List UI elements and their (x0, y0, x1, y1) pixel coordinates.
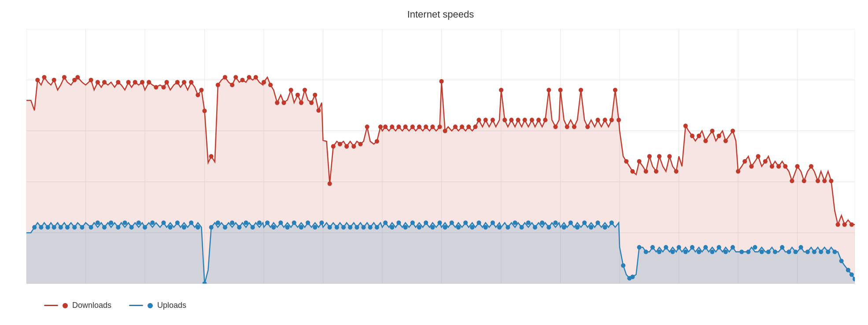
svg-point-55 (403, 124, 408, 129)
svg-point-224 (717, 245, 721, 249)
svg-point-125 (32, 225, 37, 230)
svg-point-151 (216, 220, 220, 225)
uploads-legend-dot (148, 303, 153, 308)
svg-point-62 (443, 128, 447, 133)
svg-point-164 (306, 220, 310, 225)
svg-point-84 (585, 124, 590, 129)
svg-point-162 (292, 220, 296, 225)
svg-point-163 (299, 225, 303, 230)
svg-point-204 (582, 220, 587, 225)
svg-point-86 (603, 118, 607, 122)
svg-point-236 (799, 245, 803, 249)
svg-point-56 (410, 124, 415, 129)
svg-point-100 (690, 134, 694, 138)
svg-point-140 (137, 220, 141, 225)
svg-point-237 (805, 249, 810, 254)
svg-point-230 (760, 249, 764, 254)
svg-point-112 (770, 164, 774, 168)
svg-point-150 (209, 225, 214, 230)
svg-point-208 (609, 220, 614, 225)
svg-point-58 (424, 124, 428, 129)
svg-point-19 (182, 80, 186, 84)
svg-point-213 (644, 249, 648, 254)
svg-point-153 (230, 220, 234, 225)
svg-point-160 (278, 220, 283, 225)
svg-point-110 (756, 154, 760, 158)
svg-point-69 (491, 118, 495, 122)
svg-point-85 (595, 118, 600, 122)
svg-point-126 (39, 225, 43, 230)
chart-container: Internet speeds 0 25 50 75 100 125 04/16… (0, 0, 868, 325)
svg-point-179 (410, 220, 415, 225)
svg-point-239 (819, 249, 823, 254)
svg-point-4 (62, 75, 66, 79)
svg-point-188 (470, 225, 474, 230)
svg-point-22 (199, 88, 203, 92)
svg-point-31 (254, 75, 258, 79)
legend-uploads: Uploads (129, 301, 186, 310)
svg-point-87 (609, 118, 614, 122)
svg-point-177 (396, 220, 401, 225)
chart-title: Internet speeds (26, 9, 855, 20)
svg-point-181 (424, 220, 428, 225)
svg-point-146 (182, 225, 186, 230)
svg-point-171 (355, 225, 359, 230)
svg-point-196 (526, 220, 531, 225)
svg-point-113 (776, 164, 781, 168)
svg-point-139 (129, 225, 134, 230)
chart-svg: 0 25 50 75 100 125 04/16 04/17 04/18 04/… (26, 29, 855, 284)
svg-point-167 (328, 225, 332, 230)
svg-point-207 (603, 225, 607, 230)
svg-point-48 (358, 142, 362, 146)
svg-point-172 (361, 225, 366, 230)
svg-point-95 (654, 169, 658, 173)
svg-point-225 (724, 249, 728, 254)
svg-point-61 (439, 79, 443, 84)
svg-point-148 (196, 225, 200, 230)
svg-point-141 (143, 225, 147, 230)
svg-point-127 (45, 225, 50, 230)
svg-point-50 (375, 139, 379, 143)
svg-point-201 (562, 225, 566, 230)
svg-point-30 (247, 75, 251, 79)
svg-point-97 (667, 154, 672, 158)
svg-point-107 (736, 169, 740, 173)
svg-point-90 (624, 159, 628, 164)
svg-point-33 (268, 83, 273, 87)
svg-point-81 (565, 124, 569, 129)
chart-area: 0 25 50 75 100 125 04/16 04/17 04/18 04/… (26, 29, 855, 284)
svg-point-166 (319, 220, 324, 225)
svg-point-101 (697, 134, 701, 138)
svg-point-136 (109, 220, 113, 225)
svg-point-35 (281, 100, 286, 105)
svg-point-34 (275, 100, 279, 105)
svg-point-194 (513, 220, 517, 225)
svg-point-229 (753, 245, 757, 249)
svg-point-75 (530, 118, 534, 122)
svg-point-70 (499, 88, 503, 92)
svg-point-27 (230, 83, 234, 87)
svg-point-183 (437, 220, 442, 225)
svg-point-45 (338, 142, 342, 146)
svg-point-214 (650, 245, 655, 249)
svg-point-131 (72, 225, 77, 230)
svg-point-43 (328, 181, 332, 186)
svg-point-57 (417, 124, 421, 129)
svg-point-124 (850, 222, 854, 226)
svg-point-133 (89, 225, 93, 230)
svg-point-72 (509, 118, 513, 122)
svg-point-197 (533, 225, 537, 230)
svg-point-241 (832, 249, 837, 254)
svg-point-94 (647, 154, 652, 158)
svg-point-12 (133, 80, 137, 84)
svg-point-185 (450, 220, 454, 225)
svg-point-209 (621, 263, 625, 267)
svg-point-222 (703, 245, 708, 249)
svg-point-231 (766, 249, 771, 254)
svg-point-182 (430, 225, 435, 230)
svg-point-49 (365, 124, 369, 129)
svg-point-180 (417, 225, 421, 230)
svg-point-168 (335, 225, 339, 230)
svg-point-223 (710, 249, 714, 254)
svg-point-232 (773, 249, 777, 254)
